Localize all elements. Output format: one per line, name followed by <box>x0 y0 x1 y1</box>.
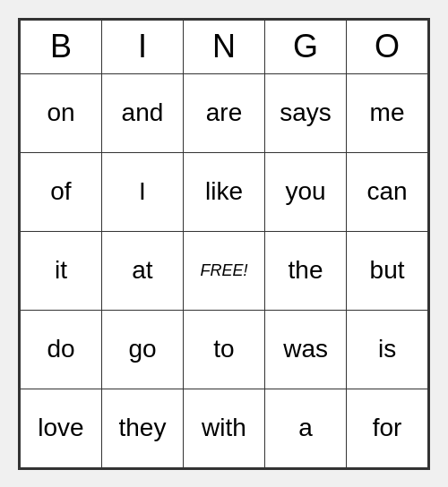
table-cell: can <box>347 152 428 231</box>
table-cell: I <box>101 152 183 231</box>
header-row: B I N G O <box>21 20 428 73</box>
table-cell: was <box>265 310 347 389</box>
header-n: N <box>183 20 264 73</box>
table-cell: they <box>101 389 183 467</box>
header-o: O <box>347 20 428 73</box>
table-cell: go <box>101 310 183 389</box>
table-cell: a <box>265 389 347 467</box>
table-cell: do <box>21 310 102 389</box>
table-cell: the <box>265 231 347 310</box>
table-cell: says <box>265 73 347 152</box>
table-row: onandaresaysme <box>21 73 428 152</box>
table-cell: are <box>183 73 264 152</box>
table-cell: with <box>183 389 264 467</box>
table-cell: FREE! <box>183 231 264 310</box>
table-cell: like <box>183 152 264 231</box>
table-cell: you <box>265 152 347 231</box>
header-b: B <box>21 20 102 73</box>
table-row: ofIlikeyoucan <box>21 152 428 231</box>
header-g: G <box>265 20 347 73</box>
table-cell: for <box>347 389 428 467</box>
table-cell: at <box>101 231 183 310</box>
table-row: dogotowasis <box>21 310 428 389</box>
table-row: itatFREE!thebut <box>21 231 428 310</box>
bingo-card: B I N G O onandaresaysmeofIlikeyoucanita… <box>18 18 430 470</box>
header-i: I <box>101 20 183 73</box>
table-cell: is <box>347 310 428 389</box>
table-cell: but <box>347 231 428 310</box>
table-cell: love <box>21 389 102 467</box>
table-cell: it <box>21 231 102 310</box>
table-row: lovetheywithafor <box>21 389 428 467</box>
bingo-table: B I N G O onandaresaysmeofIlikeyoucanita… <box>20 20 428 468</box>
table-cell: of <box>21 152 102 231</box>
table-cell: on <box>21 73 102 152</box>
table-cell: and <box>101 73 183 152</box>
table-cell: me <box>347 73 428 152</box>
table-cell: to <box>183 310 264 389</box>
